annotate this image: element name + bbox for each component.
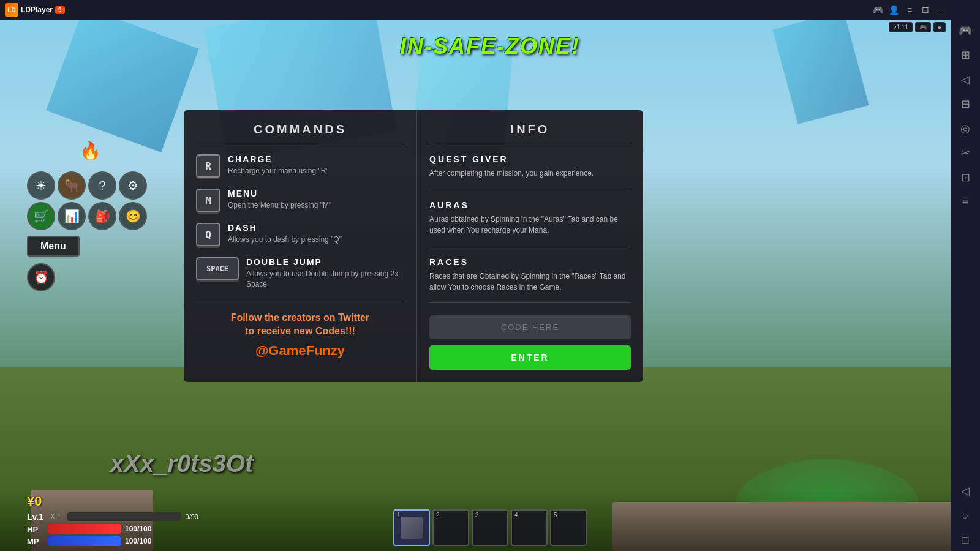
app-name: LDPlayer bbox=[21, 6, 53, 14]
hp-bar-fill bbox=[48, 524, 121, 534]
hotbar-slot-5[interactable]: 5 bbox=[550, 509, 587, 546]
panels-container: COMMANDS R CHARGE Recharge your mana usi… bbox=[184, 110, 643, 382]
enter-button[interactable]: ENTER bbox=[429, 345, 631, 370]
command-dash-desc: Allows you to dash by pressing "Q" bbox=[228, 234, 404, 245]
minimize-button[interactable]: ─ bbox=[936, 5, 946, 15]
platform-badge: 🎮 bbox=[915, 22, 931, 32]
command-dash-text: DASH Allows you to dash by pressing "Q" bbox=[228, 223, 404, 245]
command-dash-name: DASH bbox=[228, 223, 404, 233]
mp-value: 100/100 bbox=[125, 537, 151, 545]
version-badge: v1.11 bbox=[889, 22, 912, 32]
hud-btn-chart[interactable]: 📊 bbox=[58, 202, 86, 230]
command-item-menu: M MENU Open the Menu by pressing "M" bbox=[196, 189, 404, 212]
sidebar-icon-1[interactable]: 🎮 bbox=[954, 20, 976, 42]
hp-value: 100/100 bbox=[125, 525, 151, 533]
xp-label: XP bbox=[50, 512, 62, 521]
commands-title: COMMANDS bbox=[196, 122, 404, 144]
sidebar-icon-square[interactable]: □ bbox=[954, 529, 976, 551]
code-input[interactable] bbox=[429, 315, 631, 339]
xp-bar-bg bbox=[67, 512, 181, 521]
info-title: INFO bbox=[429, 122, 631, 144]
safe-zone-title: IN-SAFE-ZONE! bbox=[400, 34, 580, 59]
bg-cube-4 bbox=[772, 10, 869, 124]
bottom-left-hud: ¥0 Lv.1 XP 0/90 HP 100/100 MP 100/100 bbox=[27, 493, 198, 546]
hotbar-slot-1[interactable]: 1 bbox=[393, 509, 430, 546]
sidebar-icon-4[interactable]: ⊟ bbox=[954, 93, 976, 115]
hud-btn-help[interactable]: ? bbox=[88, 171, 116, 200]
hotbar-slot-3[interactable]: 3 bbox=[472, 509, 508, 546]
menu-button[interactable]: Menu bbox=[27, 236, 80, 257]
hud-row-1: ☀ 🐂 ? ⚙ bbox=[27, 171, 147, 200]
info-item-races: RACES Races that are Obtained by Spinnin… bbox=[429, 257, 631, 303]
info-item-auras: AURAS Auras obtained by Spinning in the … bbox=[429, 200, 631, 246]
command-charge-name: CHARGE bbox=[228, 154, 404, 164]
sidebar-icon-back[interactable]: ◁ bbox=[954, 480, 976, 502]
command-charge-text: CHARGE Recharge your mana using "R" bbox=[228, 154, 404, 176]
bg-cube-1 bbox=[46, 7, 199, 152]
user-icon[interactable]: 👤 bbox=[888, 4, 899, 15]
sidebar-icon-6[interactable]: ✂ bbox=[954, 142, 976, 164]
twitter-handle: @GameFunzy bbox=[196, 343, 404, 359]
races-title: RACES bbox=[429, 257, 631, 267]
gamepad-icon[interactable]: 🎮 bbox=[872, 4, 883, 15]
sidebar-icon-2[interactable]: ⊞ bbox=[954, 44, 976, 66]
hp-bar-bg bbox=[48, 524, 121, 534]
races-text: Races that are Obtained by Spinning in t… bbox=[429, 271, 631, 293]
key-r: R bbox=[196, 154, 221, 178]
menu-icon[interactable]: ≡ bbox=[904, 4, 915, 15]
right-sidebar: 🎮 ⊞ ◁ ⊟ ◎ ✂ ⊡ ≡ ◁ ○ □ bbox=[951, 0, 980, 551]
command-item-charge: R CHARGE Recharge your mana using "R" bbox=[196, 154, 404, 178]
username-display: xXx_r0ts3Ot bbox=[110, 450, 253, 478]
clock-button[interactable]: ⏰ bbox=[27, 263, 55, 291]
twitter-text: Follow the creators on Twitterto receive… bbox=[196, 311, 404, 339]
mp-bar-bg bbox=[48, 536, 121, 546]
quest-giver-title: QUEST GIVER bbox=[429, 154, 631, 164]
logo-icon: LD bbox=[5, 3, 18, 17]
slot-num-5: 5 bbox=[554, 512, 557, 519]
mp-label: MP bbox=[27, 537, 44, 546]
twitter-section: Follow the creators on Twitterto receive… bbox=[196, 311, 404, 359]
mp-bar-row: MP 100/100 bbox=[27, 536, 198, 546]
hotbar-slot-2[interactable]: 2 bbox=[432, 509, 469, 546]
hud-btn-bull[interactable]: 🐂 bbox=[58, 171, 86, 200]
slot-num-1: 1 bbox=[397, 512, 401, 519]
command-jump-name: DOUBLE JUMP bbox=[246, 257, 404, 267]
command-item-jump: SPACE DOUBLE JUMP Allows you to use Doub… bbox=[196, 257, 404, 290]
torch-left: 🔥 bbox=[80, 141, 101, 161]
xp-value: 0/90 bbox=[186, 513, 198, 520]
title-bar: LD LDPlayer 9 🎮 👤 ≡ ⊟ ─ ❐ ✕ bbox=[0, 0, 980, 20]
hud-btn-sun[interactable]: ☀ bbox=[27, 171, 55, 200]
left-hud: ☀ 🐂 ? ⚙ 🛒 📊 🎒 😊 bbox=[27, 171, 147, 230]
xp-bar-row: Lv.1 XP 0/90 bbox=[27, 512, 198, 522]
key-q: Q bbox=[196, 223, 221, 246]
hud-btn-face[interactable]: 😊 bbox=[119, 202, 147, 230]
hotbar-slot-4[interactable]: 4 bbox=[511, 509, 548, 546]
slot-num-3: 3 bbox=[475, 512, 479, 519]
command-jump-desc: Allows you to use Double Jump by pressin… bbox=[246, 269, 404, 290]
level-display: Lv.1 bbox=[27, 512, 45, 522]
sidebar-icon-3[interactable]: ◁ bbox=[954, 69, 976, 91]
sidebar-icon-circle[interactable]: ○ bbox=[954, 504, 976, 527]
sidebar-icon-8[interactable]: ≡ bbox=[954, 191, 976, 213]
status-badge: ● bbox=[933, 22, 946, 32]
command-menu-desc: Open the Menu by pressing "M" bbox=[228, 200, 404, 211]
sidebar-icon-5[interactable]: ◎ bbox=[954, 118, 976, 140]
key-m: M bbox=[196, 189, 221, 212]
hud-btn-gear[interactable]: ⚙ bbox=[119, 171, 147, 200]
currency-display: ¥0 bbox=[27, 493, 198, 509]
hp-bar-row: HP 100/100 bbox=[27, 524, 198, 534]
capture-icon[interactable]: ⊟ bbox=[920, 4, 931, 15]
slot-img-1 bbox=[401, 517, 423, 539]
hud-btn-shop[interactable]: 🛒 bbox=[27, 202, 55, 230]
top-mini-bar: v1.11 🎮 ● bbox=[884, 20, 951, 35]
hud-btn-bag[interactable]: 🎒 bbox=[88, 202, 116, 230]
mp-bar-fill bbox=[48, 536, 121, 546]
key-space: SPACE bbox=[196, 257, 239, 280]
info-panel: INFO QUEST GIVER After completing the mi… bbox=[417, 110, 643, 382]
quest-giver-text: After completing the mission, you gain e… bbox=[429, 168, 631, 179]
slot-num-4: 4 bbox=[514, 512, 518, 519]
slot-num-2: 2 bbox=[436, 512, 440, 519]
sidebar-icon-7[interactable]: ⊡ bbox=[954, 167, 976, 189]
commands-panel: COMMANDS R CHARGE Recharge your mana usi… bbox=[184, 110, 417, 382]
command-menu-text: MENU Open the Menu by pressing "M" bbox=[228, 189, 404, 211]
